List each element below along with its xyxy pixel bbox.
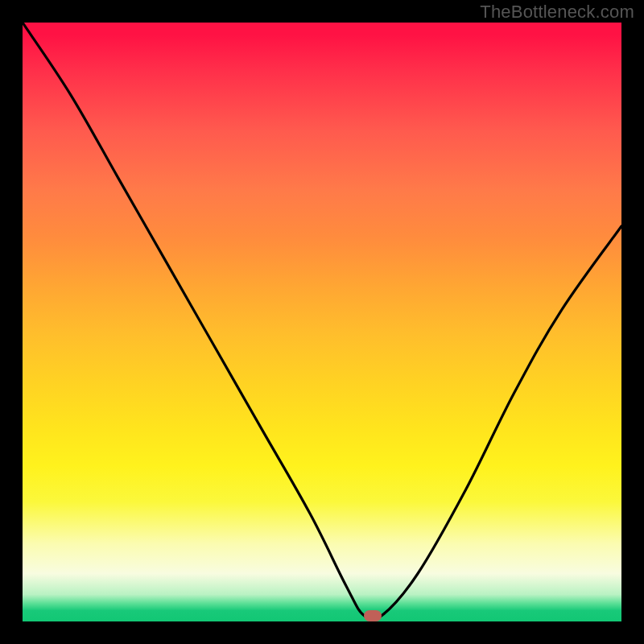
curve-layer: [23, 23, 621, 621]
plot-area: [23, 23, 621, 621]
min-marker: [364, 610, 382, 621]
attribution-text: TheBottleneck.com: [480, 2, 634, 23]
chart-frame: TheBottleneck.com: [0, 0, 644, 644]
bottleneck-curve: [23, 23, 621, 621]
